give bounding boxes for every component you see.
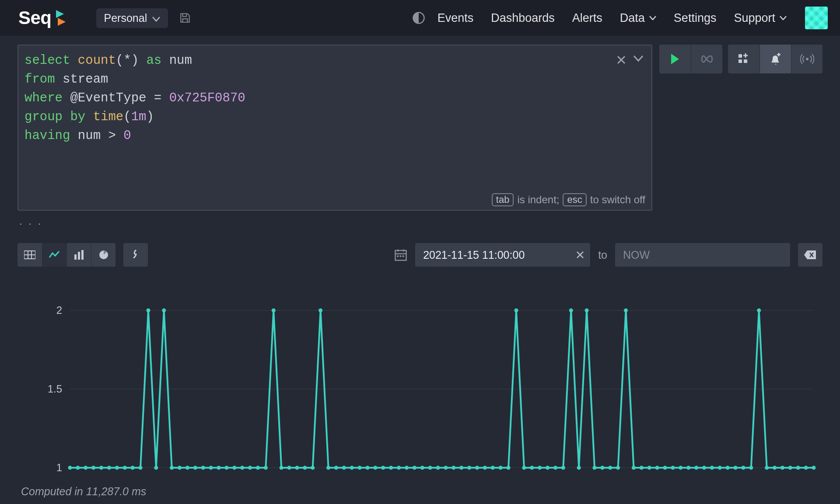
svg-point-85 [569,309,573,313]
svg-point-69 [444,466,448,470]
svg-point-63 [397,466,401,470]
svg-point-44 [248,466,252,470]
bar-chart-button[interactable] [66,243,91,267]
svg-point-67 [428,466,432,470]
add-to-dashboard-button[interactable] [728,45,760,73]
svg-point-102 [702,466,706,470]
svg-point-89 [600,466,604,470]
svg-point-60 [373,466,377,470]
svg-point-116 [812,466,816,470]
esc-keycap: esc [563,193,586,206]
save-button[interactable] [176,9,194,27]
svg-point-68 [436,466,440,470]
svg-point-101 [694,466,698,470]
svg-rect-9 [81,250,84,260]
line-chart-button[interactable] [42,243,66,267]
editor-hint: tab is indent; esc to switch off [492,193,645,206]
clear-from-icon[interactable] [576,249,584,261]
svg-point-72 [467,466,471,470]
svg-point-31 [146,309,150,313]
svg-point-79 [522,466,526,470]
svg-point-36 [186,466,189,470]
chevron-down-icon [780,16,787,20]
nav-settings[interactable]: Settings [674,11,717,25]
query-editor[interactable]: select count(*) as num from stream where… [18,45,652,211]
svg-point-58 [358,466,362,470]
theme-toggle[interactable] [412,11,425,24]
infinity-icon [700,55,714,63]
nav-data[interactable]: Data [620,11,656,25]
svg-point-74 [483,466,487,470]
svg-point-71 [459,466,463,470]
svg-point-94 [640,466,644,470]
svg-point-48 [280,466,284,470]
create-signal-button[interactable] [791,45,822,73]
svg-point-23 [84,466,88,470]
svg-rect-13 [400,255,402,257]
svg-point-51 [303,466,307,470]
to-label: to [598,249,607,261]
svg-rect-3 [738,54,742,58]
chevron-down-icon [649,16,656,20]
status-text: Computed in 11,287.0 ms [18,481,822,504]
collapse-editor-icon[interactable] [633,55,644,66]
svg-point-41 [224,466,228,470]
run-query-button[interactable] [659,45,691,73]
svg-point-110 [765,466,769,470]
svg-point-115 [804,466,808,470]
svg-point-42 [232,466,236,470]
svg-point-88 [592,466,596,470]
workspace-dropdown[interactable]: Personal [96,8,168,28]
user-avatar[interactable] [805,7,828,29]
svg-point-83 [553,466,557,470]
app-logo: Seq [18,7,66,28]
svg-rect-7 [74,254,77,260]
svg-point-103 [710,466,714,470]
svg-point-87 [585,309,589,313]
date-from-input[interactable]: 2021-11-15 11:00:00 [415,243,590,267]
svg-point-81 [538,466,542,470]
calendar-icon [394,248,407,261]
svg-point-92 [624,309,628,313]
nav-dashboards[interactable]: Dashboards [491,11,555,25]
svg-point-38 [201,466,205,470]
svg-point-108 [749,466,753,470]
create-alert-button[interactable] [760,45,791,73]
calendar-button[interactable] [394,248,407,261]
svg-point-30 [139,466,143,470]
nav-alerts[interactable]: Alerts [572,11,602,25]
svg-point-91 [616,466,620,470]
date-to-input[interactable]: NOW [615,243,790,267]
line-chart: 11.52 [18,280,822,481]
workspace-label: Personal [104,12,147,24]
result-chart[interactable]: 11.52 [18,280,822,481]
table-view-button[interactable] [18,243,42,267]
pie-chart-button[interactable] [91,243,116,267]
backspace-icon [804,250,817,260]
export-button[interactable] [123,243,148,267]
query-code[interactable]: select count(*) as num from stream where… [24,52,645,193]
nav-support[interactable]: Support [734,11,787,25]
svg-text:2: 2 [56,304,62,316]
svg-rect-5 [744,59,747,63]
svg-point-82 [546,466,550,470]
svg-point-49 [287,466,291,470]
clear-query-icon[interactable] [616,55,626,66]
svg-point-98 [671,466,675,470]
svg-point-43 [240,466,244,470]
nav-events[interactable]: Events [438,11,474,25]
svg-point-53 [318,309,322,313]
bar-chart-icon [74,250,85,260]
clear-range-button[interactable] [798,243,822,267]
svg-point-57 [350,466,354,470]
svg-point-24 [91,466,95,470]
svg-point-95 [648,466,651,470]
auto-refresh-button[interactable] [691,45,722,73]
svg-point-90 [608,466,612,470]
svg-point-111 [773,466,777,470]
svg-point-37 [193,466,197,470]
svg-point-61 [381,466,385,470]
svg-point-99 [679,466,682,470]
query-action-bar [659,45,822,73]
svg-point-105 [726,466,730,470]
